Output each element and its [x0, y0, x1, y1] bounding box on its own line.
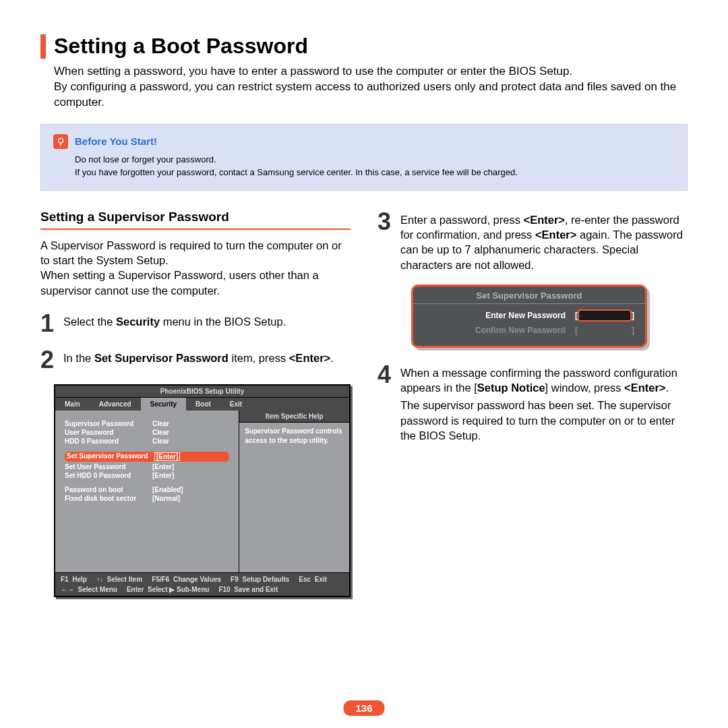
notice-box: Before You Start! Do not lose or forget …: [40, 124, 688, 191]
bios-tab-advanced: Advanced: [90, 398, 141, 411]
bios-left-pane: Supervisor PasswordClearUser PasswordCle…: [55, 411, 239, 572]
bios-row: Password on boot[Enabled]: [65, 486, 229, 493]
bios-row: Set User Password[Enter]: [65, 463, 229, 471]
bios-tab-security: Security: [141, 398, 186, 411]
password-row-confirm: Confirm New Password []: [424, 324, 634, 336]
bios-tab-boot: Boot: [186, 398, 220, 411]
password-input-highlight: [578, 309, 632, 322]
password-row-enter: Enter New Password []: [424, 309, 634, 322]
lightbulb-icon: [53, 134, 68, 149]
bios-row: HDD 0 PasswordClear: [65, 437, 229, 445]
step-3: 3 Enter a password, press <Enter>, re-en…: [377, 210, 688, 272]
intro-text: When setting a password, you have to ent…: [54, 64, 688, 111]
bios-screenshot: PhoenixBIOS Setup Utility Main Advanced …: [54, 384, 351, 597]
password-dialog: Set Supervisor Password Enter New Passwo…: [411, 284, 647, 348]
bios-help-body: Supervisor Password controls access to t…: [239, 423, 349, 450]
notice-title: Before You Start!: [75, 135, 157, 147]
section-heading: Setting a Supervisor Password: [40, 210, 351, 224]
bios-row: Set Supervisor Password[Enter]: [65, 452, 229, 462]
heading-underline: [40, 229, 351, 230]
step-text: When a message confirming the password c…: [400, 363, 688, 443]
bios-row: Set HDD 0 Password[Enter]: [65, 472, 229, 479]
bios-row: User PasswordClear: [65, 429, 229, 436]
step-2: 2 In the Set Supervisor Password item, p…: [40, 348, 351, 372]
notice-line: Do not lose or forget your password.: [75, 153, 675, 166]
svg-point-0: [59, 138, 63, 143]
bios-row: Supervisor PasswordClear: [65, 420, 229, 427]
step-text: Select the Security menu in the BIOS Set…: [63, 311, 286, 336]
bios-help-pane: Item Specific Help Supervisor Password c…: [239, 411, 349, 572]
accent-bar: [40, 34, 46, 59]
bios-tabs: Main Advanced Security Boot Exit: [55, 398, 349, 411]
bios-footer: F1 Help ↑↓ Select Item F5/F6 Change Valu…: [55, 572, 349, 596]
page-title: Setting a Boot Password: [54, 34, 308, 59]
step-number: 3: [377, 210, 394, 272]
step-1: 1 Select the Security menu in the BIOS S…: [40, 311, 351, 336]
bios-tab-main: Main: [55, 398, 90, 411]
step-number: 1: [40, 311, 57, 336]
step-text: Enter a password, press <Enter>, re-ente…: [400, 210, 688, 272]
section-paragraph: A Supervisor Password is required to tur…: [40, 238, 351, 298]
notice-line: If you have forgotten your password, con…: [75, 166, 675, 179]
password-dialog-title: Set Supervisor Password: [413, 286, 645, 304]
step-text: In the Set Supervisor Password item, pre…: [63, 348, 334, 372]
bios-row: Fixed disk boot sector[Normal]: [65, 495, 229, 502]
step-4: 4 When a message confirming the password…: [377, 363, 688, 443]
bios-title: PhoenixBIOS Setup Utility: [55, 386, 349, 398]
step-number: 2: [40, 348, 57, 372]
page-number: 136: [343, 700, 384, 716]
bios-tab-exit: Exit: [220, 398, 251, 411]
step-number: 4: [377, 363, 394, 443]
bios-help-title: Item Specific Help: [239, 411, 349, 423]
